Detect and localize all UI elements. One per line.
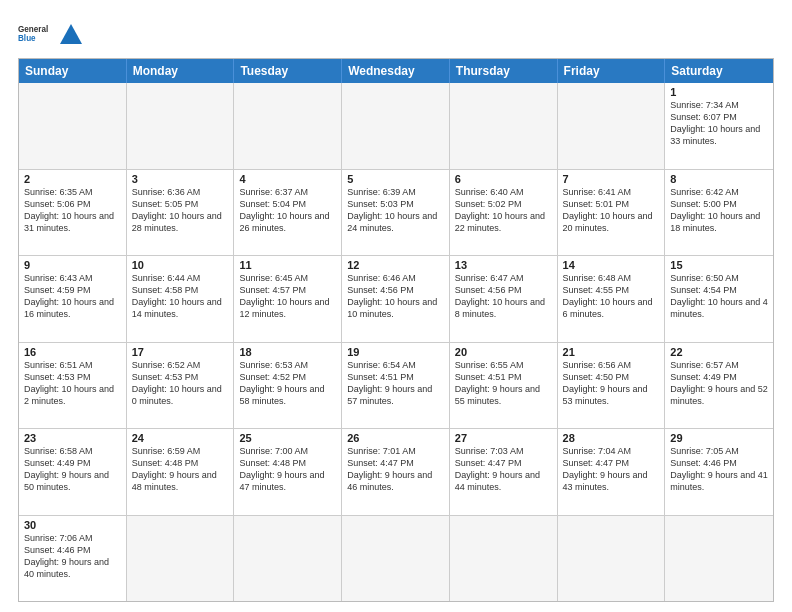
day-info: Sunrise: 6:48 AMSunset: 4:55 PMDaylight:… (563, 272, 660, 321)
day-info: Sunrise: 6:36 AMSunset: 5:05 PMDaylight:… (132, 186, 229, 235)
day-info: Sunrise: 6:58 AMSunset: 4:49 PMDaylight:… (24, 445, 121, 494)
day-info: Sunrise: 6:43 AMSunset: 4:59 PMDaylight:… (24, 272, 121, 321)
empty-cell-w5-d1 (127, 516, 235, 602)
day-number: 5 (347, 173, 444, 185)
empty-cell-w0-d4 (450, 83, 558, 169)
day-number: 7 (563, 173, 660, 185)
header: General Blue (18, 18, 774, 50)
day-number: 4 (239, 173, 336, 185)
day-info: Sunrise: 6:47 AMSunset: 4:56 PMDaylight:… (455, 272, 552, 321)
calendar-header: SundayMondayTuesdayWednesdayThursdayFrid… (19, 59, 773, 83)
day-number: 2 (24, 173, 121, 185)
day-cell-20: 20Sunrise: 6:55 AMSunset: 4:51 PMDayligh… (450, 343, 558, 429)
day-info: Sunrise: 6:50 AMSunset: 4:54 PMDaylight:… (670, 272, 768, 321)
day-number: 15 (670, 259, 768, 271)
day-info: Sunrise: 6:41 AMSunset: 5:01 PMDaylight:… (563, 186, 660, 235)
day-info: Sunrise: 7:04 AMSunset: 4:47 PMDaylight:… (563, 445, 660, 494)
svg-marker-2 (60, 24, 82, 44)
header-day-tuesday: Tuesday (234, 59, 342, 83)
calendar-week-3: 9Sunrise: 6:43 AMSunset: 4:59 PMDaylight… (19, 255, 773, 342)
day-number: 26 (347, 432, 444, 444)
day-cell-28: 28Sunrise: 7:04 AMSunset: 4:47 PMDayligh… (558, 429, 666, 515)
day-number: 24 (132, 432, 229, 444)
day-cell-2: 2Sunrise: 6:35 AMSunset: 5:06 PMDaylight… (19, 170, 127, 256)
day-cell-23: 23Sunrise: 6:58 AMSunset: 4:49 PMDayligh… (19, 429, 127, 515)
day-number: 11 (239, 259, 336, 271)
day-cell-6: 6Sunrise: 6:40 AMSunset: 5:02 PMDaylight… (450, 170, 558, 256)
day-number: 14 (563, 259, 660, 271)
calendar-week-1: 1Sunrise: 7:34 AMSunset: 6:07 PMDaylight… (19, 83, 773, 169)
day-cell-13: 13Sunrise: 6:47 AMSunset: 4:56 PMDayligh… (450, 256, 558, 342)
day-number: 1 (670, 86, 768, 98)
header-day-wednesday: Wednesday (342, 59, 450, 83)
day-info: Sunrise: 6:52 AMSunset: 4:53 PMDaylight:… (132, 359, 229, 408)
day-cell-1: 1Sunrise: 7:34 AMSunset: 6:07 PMDaylight… (665, 83, 773, 169)
calendar-week-6: 30Sunrise: 7:06 AMSunset: 4:46 PMDayligh… (19, 515, 773, 602)
day-cell-14: 14Sunrise: 6:48 AMSunset: 4:55 PMDayligh… (558, 256, 666, 342)
header-day-sunday: Sunday (19, 59, 127, 83)
day-info: Sunrise: 7:00 AMSunset: 4:48 PMDaylight:… (239, 445, 336, 494)
generalblue-logo-icon: General Blue (18, 18, 56, 50)
day-info: Sunrise: 6:51 AMSunset: 4:53 PMDaylight:… (24, 359, 121, 408)
day-number: 17 (132, 346, 229, 358)
day-cell-7: 7Sunrise: 6:41 AMSunset: 5:01 PMDaylight… (558, 170, 666, 256)
calendar-body: 1Sunrise: 7:34 AMSunset: 6:07 PMDaylight… (19, 83, 773, 601)
day-cell-27: 27Sunrise: 7:03 AMSunset: 4:47 PMDayligh… (450, 429, 558, 515)
day-number: 3 (132, 173, 229, 185)
svg-text:General: General (18, 25, 48, 34)
day-info: Sunrise: 7:05 AMSunset: 4:46 PMDaylight:… (670, 445, 768, 494)
day-cell-26: 26Sunrise: 7:01 AMSunset: 4:47 PMDayligh… (342, 429, 450, 515)
day-number: 28 (563, 432, 660, 444)
day-info: Sunrise: 6:56 AMSunset: 4:50 PMDaylight:… (563, 359, 660, 408)
day-cell-10: 10Sunrise: 6:44 AMSunset: 4:58 PMDayligh… (127, 256, 235, 342)
header-day-friday: Friday (558, 59, 666, 83)
day-number: 22 (670, 346, 768, 358)
header-day-saturday: Saturday (665, 59, 773, 83)
day-cell-9: 9Sunrise: 6:43 AMSunset: 4:59 PMDaylight… (19, 256, 127, 342)
day-cell-24: 24Sunrise: 6:59 AMSunset: 4:48 PMDayligh… (127, 429, 235, 515)
day-cell-16: 16Sunrise: 6:51 AMSunset: 4:53 PMDayligh… (19, 343, 127, 429)
day-number: 8 (670, 173, 768, 185)
day-cell-5: 5Sunrise: 6:39 AMSunset: 5:03 PMDaylight… (342, 170, 450, 256)
day-cell-22: 22Sunrise: 6:57 AMSunset: 4:49 PMDayligh… (665, 343, 773, 429)
empty-cell-w0-d1 (127, 83, 235, 169)
day-info: Sunrise: 7:03 AMSunset: 4:47 PMDaylight:… (455, 445, 552, 494)
header-day-monday: Monday (127, 59, 235, 83)
empty-cell-w5-d5 (558, 516, 666, 602)
day-info: Sunrise: 6:59 AMSunset: 4:48 PMDaylight:… (132, 445, 229, 494)
day-info: Sunrise: 6:57 AMSunset: 4:49 PMDaylight:… (670, 359, 768, 408)
day-cell-25: 25Sunrise: 7:00 AMSunset: 4:48 PMDayligh… (234, 429, 342, 515)
day-info: Sunrise: 6:42 AMSunset: 5:00 PMDaylight:… (670, 186, 768, 235)
day-cell-17: 17Sunrise: 6:52 AMSunset: 4:53 PMDayligh… (127, 343, 235, 429)
blue-triangle-icon (60, 24, 82, 44)
empty-cell-w5-d4 (450, 516, 558, 602)
day-number: 20 (455, 346, 552, 358)
day-info: Sunrise: 6:46 AMSunset: 4:56 PMDaylight:… (347, 272, 444, 321)
day-cell-15: 15Sunrise: 6:50 AMSunset: 4:54 PMDayligh… (665, 256, 773, 342)
day-info: Sunrise: 6:44 AMSunset: 4:58 PMDaylight:… (132, 272, 229, 321)
day-cell-4: 4Sunrise: 6:37 AMSunset: 5:04 PMDaylight… (234, 170, 342, 256)
day-number: 12 (347, 259, 444, 271)
day-number: 23 (24, 432, 121, 444)
day-info: Sunrise: 7:34 AMSunset: 6:07 PMDaylight:… (670, 99, 768, 148)
calendar-week-5: 23Sunrise: 6:58 AMSunset: 4:49 PMDayligh… (19, 428, 773, 515)
day-cell-21: 21Sunrise: 6:56 AMSunset: 4:50 PMDayligh… (558, 343, 666, 429)
day-cell-18: 18Sunrise: 6:53 AMSunset: 4:52 PMDayligh… (234, 343, 342, 429)
empty-cell-w0-d3 (342, 83, 450, 169)
calendar: SundayMondayTuesdayWednesdayThursdayFrid… (18, 58, 774, 602)
day-cell-11: 11Sunrise: 6:45 AMSunset: 4:57 PMDayligh… (234, 256, 342, 342)
day-info: Sunrise: 6:45 AMSunset: 4:57 PMDaylight:… (239, 272, 336, 321)
day-number: 18 (239, 346, 336, 358)
day-number: 13 (455, 259, 552, 271)
logo: General Blue (18, 18, 82, 50)
day-cell-12: 12Sunrise: 6:46 AMSunset: 4:56 PMDayligh… (342, 256, 450, 342)
day-info: Sunrise: 7:06 AMSunset: 4:46 PMDaylight:… (24, 532, 121, 581)
day-number: 27 (455, 432, 552, 444)
day-number: 10 (132, 259, 229, 271)
calendar-week-4: 16Sunrise: 6:51 AMSunset: 4:53 PMDayligh… (19, 342, 773, 429)
empty-cell-w5-d3 (342, 516, 450, 602)
empty-cell-w0-d2 (234, 83, 342, 169)
day-number: 30 (24, 519, 121, 531)
empty-cell-w5-d2 (234, 516, 342, 602)
day-info: Sunrise: 7:01 AMSunset: 4:47 PMDaylight:… (347, 445, 444, 494)
